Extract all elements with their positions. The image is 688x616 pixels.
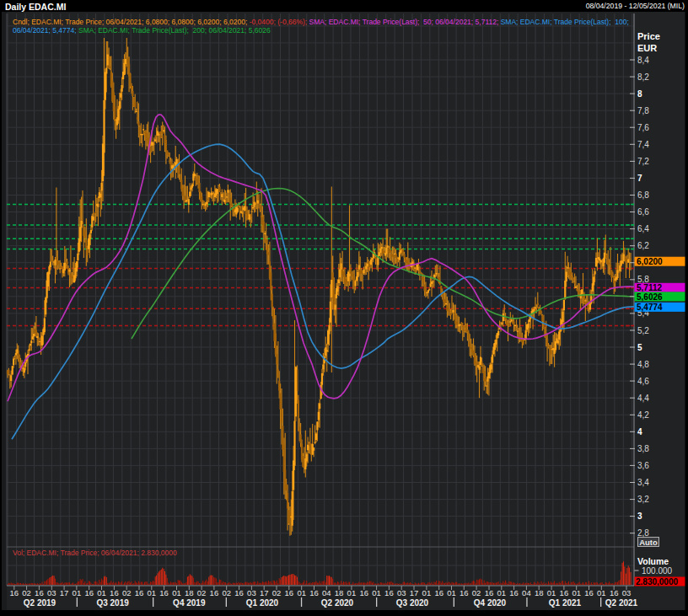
svg-text:16: 16 <box>84 588 94 597</box>
svg-text:16: 16 <box>584 588 594 597</box>
svg-text:01: 01 <box>97 588 106 597</box>
svg-text:3,2: 3,2 <box>637 495 649 504</box>
svg-text:Q2 2020: Q2 2020 <box>321 598 354 608</box>
svg-text:18: 18 <box>185 588 194 597</box>
svg-text:17: 17 <box>410 588 419 597</box>
svg-text:8,2: 8,2 <box>637 72 649 82</box>
svg-text:5,7112: 5,7112 <box>637 283 662 292</box>
svg-text:01: 01 <box>372 588 381 597</box>
svg-text:5,6026: 5,6026 <box>637 292 663 302</box>
svg-text:16: 16 <box>135 588 144 597</box>
svg-text:3,4: 3,4 <box>637 478 649 487</box>
svg-text:01: 01 <box>347 588 357 597</box>
svg-text:Q1 2020: Q1 2020 <box>246 598 279 608</box>
svg-text:18: 18 <box>535 588 544 597</box>
svg-text:03: 03 <box>622 588 632 597</box>
svg-text:02: 02 <box>122 588 132 597</box>
svg-text:3: 3 <box>637 512 642 521</box>
svg-text:16: 16 <box>610 588 619 597</box>
svg-text:6,0200: 6,0200 <box>637 257 663 266</box>
svg-text:01: 01 <box>297 588 306 597</box>
svg-text:18: 18 <box>335 588 344 597</box>
svg-text:Volume: Volume <box>637 556 669 566</box>
svg-text:16: 16 <box>234 588 244 597</box>
svg-text:7: 7 <box>637 174 642 183</box>
svg-text:8,4: 8,4 <box>637 56 649 65</box>
svg-text:Price: Price <box>637 31 660 41</box>
svg-text:01: 01 <box>547 588 556 597</box>
svg-text:4,4: 4,4 <box>637 394 649 403</box>
svg-text:Q2 2021: Q2 2021 <box>605 598 638 608</box>
svg-text:16: 16 <box>560 588 569 597</box>
svg-text:6,2: 6,2 <box>637 241 649 250</box>
svg-text:16: 16 <box>460 588 469 597</box>
svg-text:01: 01 <box>447 588 456 597</box>
svg-text:02: 02 <box>22 588 31 597</box>
svg-text:Q3 2020: Q3 2020 <box>396 598 429 608</box>
svg-text:16: 16 <box>360 588 369 597</box>
svg-text:Q4 2020: Q4 2020 <box>474 598 507 608</box>
svg-text:EUR: EUR <box>637 43 657 53</box>
svg-text:16: 16 <box>210 588 219 597</box>
svg-text:Auto: Auto <box>639 538 658 547</box>
svg-text:4,8: 4,8 <box>637 360 649 369</box>
svg-text:8: 8 <box>637 89 642 99</box>
svg-text:5,4774: 5,4774 <box>637 303 663 312</box>
svg-text:7,8: 7,8 <box>637 106 649 115</box>
svg-text:03: 03 <box>247 588 256 597</box>
svg-text:01: 01 <box>148 588 157 597</box>
svg-text:6,6: 6,6 <box>637 207 649 217</box>
svg-text:03: 03 <box>397 588 406 597</box>
svg-text:4: 4 <box>637 427 642 437</box>
svg-text:16: 16 <box>110 588 119 597</box>
svg-text:Q1 2021: Q1 2021 <box>549 598 582 608</box>
svg-text:7,2: 7,2 <box>637 157 649 166</box>
svg-text:7,6: 7,6 <box>637 123 649 132</box>
svg-text:Q4 2019: Q4 2019 <box>173 598 206 608</box>
svg-text:04: 04 <box>522 588 531 597</box>
svg-text:16: 16 <box>285 588 294 597</box>
svg-text:2.830,0000: 2.830,0000 <box>636 577 678 587</box>
svg-text:16: 16 <box>509 588 519 597</box>
svg-text:02: 02 <box>472 588 481 597</box>
svg-text:6,8: 6,8 <box>637 190 649 200</box>
svg-text:3,8: 3,8 <box>637 444 649 453</box>
svg-text:7,4: 7,4 <box>637 140 649 149</box>
svg-text:02: 02 <box>197 588 207 597</box>
svg-text:01: 01 <box>597 588 606 597</box>
svg-text:03: 03 <box>47 588 56 597</box>
svg-text:17: 17 <box>60 588 69 597</box>
svg-text:Q3 2019: Q3 2019 <box>96 598 129 608</box>
svg-text:02: 02 <box>272 588 282 597</box>
svg-text:02: 02 <box>222 588 231 597</box>
svg-text:Q2 2019: Q2 2019 <box>24 598 56 608</box>
svg-text:16: 16 <box>384 588 394 597</box>
svg-text:16: 16 <box>159 588 169 597</box>
svg-text:16: 16 <box>434 588 443 597</box>
svg-text:01: 01 <box>497 588 507 597</box>
svg-text:16: 16 <box>35 588 44 597</box>
svg-text:3,6: 3,6 <box>637 461 649 470</box>
svg-text:01: 01 <box>73 588 82 597</box>
svg-text:16: 16 <box>485 588 494 597</box>
svg-text:16: 16 <box>309 588 319 597</box>
svg-text:04: 04 <box>322 588 331 597</box>
svg-text:4,2: 4,2 <box>637 410 649 420</box>
svg-text:01: 01 <box>572 588 581 597</box>
svg-text:4,6: 4,6 <box>637 377 649 386</box>
svg-text:01: 01 <box>172 588 181 597</box>
svg-text:5,2: 5,2 <box>637 326 649 335</box>
svg-text:6,4: 6,4 <box>637 224 649 233</box>
svg-text:100.000: 100.000 <box>642 566 673 576</box>
svg-text:01: 01 <box>422 588 432 597</box>
svg-text:5: 5 <box>637 343 642 352</box>
svg-text:17: 17 <box>260 588 269 597</box>
svg-text:16: 16 <box>10 588 19 597</box>
